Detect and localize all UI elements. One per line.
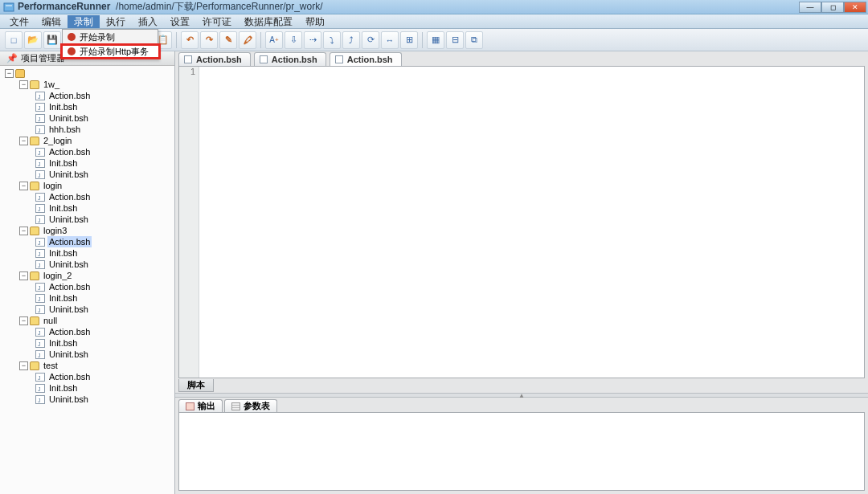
tree-file[interactable]: Init.bsh bbox=[2, 247, 173, 259]
output-area[interactable] bbox=[178, 412, 865, 491]
tree-file[interactable]: Action.bsh bbox=[2, 191, 173, 202]
node-label: null bbox=[42, 315, 59, 326]
toolbar-undo-button[interactable]: ↶ bbox=[181, 31, 199, 49]
tree-file[interactable]: Uninit.bsh bbox=[2, 214, 173, 225]
editor-content[interactable] bbox=[199, 67, 864, 378]
tree-file[interactable]: Init.bsh bbox=[2, 101, 173, 112]
folder-icon bbox=[15, 69, 25, 78]
toolbar-separator bbox=[176, 32, 177, 48]
project-tree[interactable]: 1w_Action.bshInit.bshUninit.bshhhh.bsh2_… bbox=[0, 66, 174, 494]
file-icon bbox=[35, 305, 45, 314]
toolbar-redo-button[interactable]: ↷ bbox=[200, 31, 218, 49]
collapse-icon[interactable] bbox=[19, 361, 28, 370]
menu-插入[interactable]: 插入 bbox=[132, 15, 164, 28]
tab-params[interactable]: 参数表 bbox=[224, 399, 277, 412]
toolbar-sync-button[interactable]: ⟳ bbox=[362, 31, 379, 49]
node-label: Init.bsh bbox=[47, 337, 79, 349]
tree-file[interactable]: Uninit.bsh bbox=[2, 349, 173, 360]
tree-folder[interactable]: null bbox=[2, 315, 173, 326]
toolbar-align-button[interactable]: ⊞ bbox=[400, 31, 418, 49]
tree-file[interactable]: hhh.bsh bbox=[2, 124, 173, 135]
toolbar-step-button[interactable]: ⇢ bbox=[304, 31, 321, 49]
node-label: Uninit.bsh bbox=[47, 394, 90, 405]
tab-script[interactable]: 脚本 bbox=[178, 379, 214, 392]
tree-folder[interactable]: login3 bbox=[2, 225, 173, 236]
doc-tab[interactable]: Action.bsh bbox=[254, 52, 326, 66]
document-tabs: Action.bshAction.bshAction.bsh bbox=[175, 51, 868, 66]
toolbar-step-into-button[interactable]: ⤵ bbox=[323, 31, 341, 49]
tree-file[interactable]: Init.bsh bbox=[2, 382, 173, 394]
menu-执行[interactable]: 执行 bbox=[100, 15, 132, 28]
tree-file[interactable]: Action.bsh bbox=[2, 281, 173, 292]
tree-file[interactable]: Action.bsh bbox=[2, 326, 173, 337]
tree-file[interactable]: Uninit.bsh bbox=[2, 169, 173, 180]
tree-file[interactable]: Init.bsh bbox=[2, 157, 173, 169]
tree-file[interactable]: Init.bsh bbox=[2, 202, 173, 214]
collapse-icon[interactable] bbox=[19, 316, 28, 325]
tree-root[interactable] bbox=[2, 67, 173, 79]
doc-tab[interactable]: Action.bsh bbox=[330, 52, 402, 66]
tree-folder[interactable]: login_2 bbox=[2, 270, 173, 281]
tree-file[interactable]: Uninit.bsh bbox=[2, 259, 173, 270]
tree-file[interactable]: Action.bsh bbox=[2, 90, 173, 101]
menu-编辑[interactable]: 编辑 bbox=[35, 15, 68, 28]
maximize-button[interactable]: ◻ bbox=[821, 2, 844, 13]
tree-folder[interactable]: 2_login bbox=[2, 135, 173, 146]
collapse-icon[interactable] bbox=[19, 227, 28, 235]
tree-file[interactable]: Init.bsh bbox=[2, 337, 173, 349]
toolbar-export-button[interactable]: ⇩ bbox=[285, 31, 302, 49]
title-text: PerformanceRunner /home/admin/下载/Perform… bbox=[18, 0, 322, 14]
toolbar-table-button[interactable]: ⊟ bbox=[446, 31, 464, 49]
toolbar-find-button[interactable]: ✎ bbox=[219, 31, 237, 49]
file-icon bbox=[35, 339, 45, 348]
menu-start-record[interactable]: 开始录制 bbox=[63, 30, 158, 44]
node-label: Uninit.bsh bbox=[47, 304, 90, 315]
tree-file[interactable]: Action.bsh bbox=[2, 236, 173, 247]
close-button[interactable]: ✕ bbox=[844, 2, 866, 13]
menu-数据库配置[interactable]: 数据库配置 bbox=[238, 15, 299, 28]
toolbar-open-button[interactable]: 📂 bbox=[24, 31, 42, 49]
node-label: 2_login bbox=[42, 135, 73, 146]
tree-folder[interactable]: 1w_ bbox=[2, 79, 173, 90]
tab-output[interactable]: 输出 bbox=[178, 399, 223, 412]
toolbar-A+-button[interactable]: A+ bbox=[265, 31, 283, 49]
collapse-icon[interactable] bbox=[19, 137, 28, 145]
doc-tab[interactable]: Action.bsh bbox=[178, 52, 251, 66]
menu-start-record-http[interactable]: 开始录制Http事务 bbox=[61, 44, 160, 59]
tree-file[interactable]: Action.bsh bbox=[2, 146, 173, 157]
tree-file[interactable]: Init.bsh bbox=[2, 292, 173, 304]
tree-file[interactable]: Uninit.bsh bbox=[2, 112, 173, 124]
window-controls: — ◻ ✕ bbox=[799, 2, 866, 13]
tree-file[interactable]: Uninit.bsh bbox=[2, 304, 173, 315]
file-icon bbox=[335, 55, 343, 63]
node-label: Uninit.bsh bbox=[47, 349, 90, 360]
toolbar-new-button[interactable]: □ bbox=[5, 31, 23, 49]
sidebar: 📌 项目管理器 1w_Action.bshInit.bshUninit.bshh… bbox=[0, 51, 175, 494]
file-icon bbox=[35, 92, 45, 100]
tree-file[interactable]: Uninit.bsh bbox=[2, 394, 173, 405]
output-icon bbox=[186, 402, 194, 410]
file-icon bbox=[35, 294, 45, 303]
toolbar-multi-button[interactable]: ⧉ bbox=[465, 31, 483, 49]
toolbar-grid-button[interactable]: ▦ bbox=[427, 31, 444, 49]
minimize-button[interactable]: — bbox=[799, 2, 821, 13]
menu-设置[interactable]: 设置 bbox=[164, 15, 196, 28]
menu-录制[interactable]: 录制 bbox=[68, 15, 100, 28]
menu-帮助[interactable]: 帮助 bbox=[299, 15, 331, 28]
toolbar-highlight-button[interactable]: 🖍 bbox=[239, 31, 256, 49]
tree-folder[interactable]: login bbox=[2, 180, 173, 191]
toolbar-step-out-button[interactable]: ⤴ bbox=[342, 31, 360, 49]
editor[interactable]: 1 bbox=[178, 66, 865, 378]
node-label: Init.bsh bbox=[47, 247, 79, 259]
toolbar-ruler-button[interactable]: ↔ bbox=[381, 31, 399, 49]
menu-文件[interactable]: 文件 bbox=[3, 15, 35, 28]
menu-许可证[interactable]: 许可证 bbox=[196, 15, 238, 28]
collapse-icon[interactable] bbox=[5, 69, 14, 78]
tree-file[interactable]: Action.bsh bbox=[2, 371, 173, 382]
collapse-icon[interactable] bbox=[19, 182, 28, 190]
collapse-icon[interactable] bbox=[19, 80, 28, 89]
tree-folder[interactable]: test bbox=[2, 360, 173, 371]
toolbar-save-button[interactable]: 💾 bbox=[43, 31, 61, 49]
collapse-icon[interactable] bbox=[19, 271, 28, 280]
record-icon bbox=[68, 47, 76, 55]
